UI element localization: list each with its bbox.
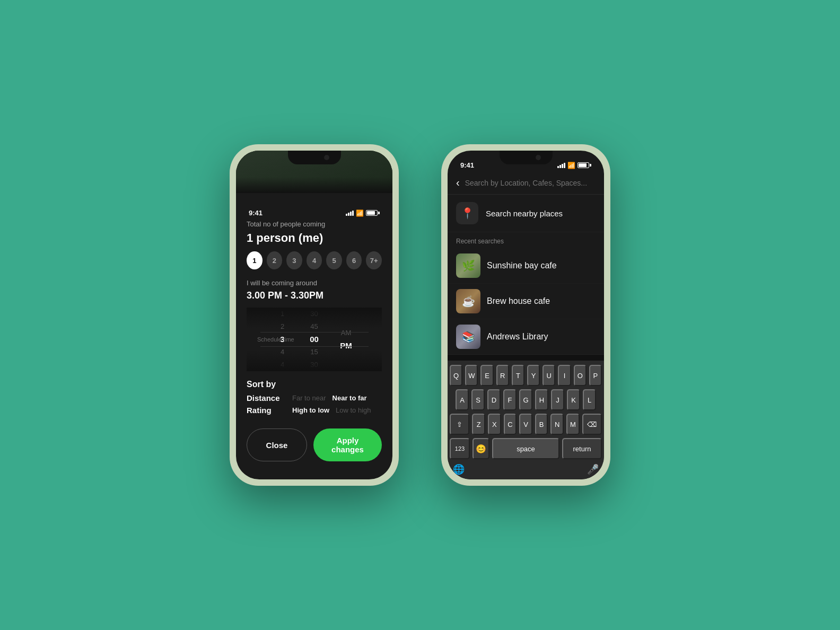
people-selector[interactable]: 1 2 3 4 5 6 7+ (247, 251, 382, 269)
key-delete[interactable]: ⌫ (582, 414, 602, 435)
person-btn-5[interactable]: 5 (326, 251, 342, 269)
thumb-library: 📚 (456, 325, 480, 349)
person-btn-2[interactable]: 2 (267, 251, 283, 269)
sort-distance-row: Distance Far to near Near to far (247, 393, 382, 402)
key-r[interactable]: R (496, 365, 509, 386)
time-1: 9:41 (249, 209, 262, 217)
recent-sunshine[interactable]: 🌿 Sunshine bay cafe (448, 248, 604, 284)
wifi-icon-2: 📶 (567, 162, 575, 169)
sunshine-name: Sunshine bay cafe (487, 261, 557, 270)
nearby-label: Search nearby places (486, 209, 563, 218)
thumb-sunshine: 🌿 (456, 253, 480, 278)
far-to-near[interactable]: Far to near (292, 394, 326, 402)
rating-options[interactable]: High to low Low to high (292, 406, 371, 414)
time-range: 3.00 PM - 3.30PM (247, 290, 382, 301)
recent-label: Recent searches (448, 232, 604, 248)
battery-icon-1 (366, 210, 380, 216)
phone1-body: Total no of people coming 1 person (me) … (236, 220, 392, 461)
kb-bottom: 🌐 🎤 (450, 462, 602, 476)
high-to-low[interactable]: High to low (292, 406, 329, 414)
apply-button[interactable]: Apply changes (313, 428, 382, 461)
thumb-cafe2-img: ☕ (456, 289, 480, 313)
sort-by-title: Sort by (247, 380, 382, 389)
key-h[interactable]: H (535, 389, 548, 410)
key-c[interactable]: C (504, 414, 517, 435)
close-button[interactable]: Close (247, 428, 307, 461)
key-p[interactable]: P (589, 365, 602, 386)
key-f[interactable]: F (503, 389, 517, 410)
key-u[interactable]: U (542, 365, 555, 386)
notch-2 (500, 151, 553, 164)
time-2: 9:41 (460, 161, 474, 169)
key-n[interactable]: N (550, 414, 564, 435)
key-numbers[interactable]: 123 (450, 438, 470, 459)
time-col-minutes: 30 45 00 15 30 (304, 308, 325, 371)
key-v[interactable]: V (519, 414, 532, 435)
person-btn-3[interactable]: 3 (286, 251, 302, 269)
time-col-ampm: AM PM (336, 327, 357, 352)
search-nearby-item[interactable]: 📍 Search nearby places (448, 195, 604, 232)
library-name: Andrews Library (487, 332, 548, 342)
key-b[interactable]: B (535, 414, 548, 435)
key-return[interactable]: return (562, 438, 602, 459)
wifi-icon-1: 📶 (356, 209, 364, 217)
globe-icon[interactable]: 🌐 (453, 463, 465, 475)
phone-2: 9:41 📶 ‹ 📍 Search (441, 144, 610, 486)
search-input[interactable] (465, 179, 596, 187)
person-btn-6[interactable]: 6 (346, 251, 362, 269)
key-d[interactable]: D (487, 389, 501, 410)
key-z[interactable]: Z (472, 414, 485, 435)
key-e[interactable]: E (480, 365, 493, 386)
key-j[interactable]: J (551, 389, 564, 410)
key-o[interactable]: O (574, 365, 587, 386)
status-bar-1: 9:41 📶 (236, 202, 392, 220)
recent-brewhouse[interactable]: ☕ Brew house cafe (448, 284, 604, 319)
person-btn-7plus[interactable]: 7+ (366, 251, 382, 269)
person-btn-1[interactable]: 1 (247, 251, 262, 269)
key-i[interactable]: I (558, 365, 571, 386)
camera-dot-1 (324, 155, 329, 160)
key-space[interactable]: space (492, 438, 559, 459)
distance-options[interactable]: Far to near Near to far (292, 394, 367, 402)
kb-row-2: A S D F G H J K L (450, 389, 602, 410)
back-button[interactable]: ‹ (456, 177, 460, 189)
key-q[interactable]: Q (450, 365, 462, 386)
key-emoji[interactable]: 😊 (472, 438, 489, 459)
key-a[interactable]: A (456, 389, 469, 410)
key-w[interactable]: W (465, 365, 478, 386)
status-icons-2: 📶 (557, 162, 591, 169)
key-g[interactable]: G (519, 389, 532, 410)
bottom-buttons: Close Apply changes (247, 422, 382, 461)
distance-key: Distance (247, 393, 284, 402)
kb-row-1: Q W E R T Y U I O P (450, 365, 602, 386)
thumb-cafe1-img: 🌿 (456, 253, 480, 278)
brewhouse-name: Brew house cafe (487, 296, 550, 306)
key-shift[interactable]: ⇧ (450, 414, 469, 435)
kb-row-4: 123 😊 space return (450, 438, 602, 459)
spacer (448, 355, 604, 361)
sort-section: Sort by Distance Far to near Near to far… (247, 380, 382, 415)
search-header: ‹ (448, 172, 604, 195)
key-x[interactable]: X (488, 414, 501, 435)
key-s[interactable]: S (471, 389, 485, 410)
key-l[interactable]: L (583, 389, 596, 410)
mic-icon[interactable]: 🎤 (587, 463, 599, 475)
battery-icon-2 (578, 162, 591, 168)
coming-around-label: I will be coming around (247, 279, 382, 287)
person-btn-4[interactable]: 4 (307, 251, 322, 269)
person-count: 1 person (me) (247, 231, 382, 245)
near-to-far[interactable]: Near to far (332, 394, 367, 402)
signal-icon-1 (346, 210, 354, 216)
time-picker[interactable]: Schedule time 1 2 3 4 4 30 45 00 15 (247, 308, 382, 371)
signal-icon-2 (557, 162, 565, 168)
total-people-label: Total no of people coming (247, 220, 382, 228)
recent-library[interactable]: 📚 Andrews Library (448, 319, 604, 355)
key-t[interactable]: T (512, 365, 524, 386)
status-icons-1: 📶 (346, 209, 380, 217)
thumb-brewhouse: ☕ (456, 289, 480, 313)
sort-rating-row: Rating High to low Low to high (247, 406, 382, 415)
key-m[interactable]: M (566, 414, 580, 435)
key-k[interactable]: K (567, 389, 580, 410)
key-y[interactable]: Y (527, 365, 540, 386)
low-to-high[interactable]: Low to high (336, 406, 371, 414)
